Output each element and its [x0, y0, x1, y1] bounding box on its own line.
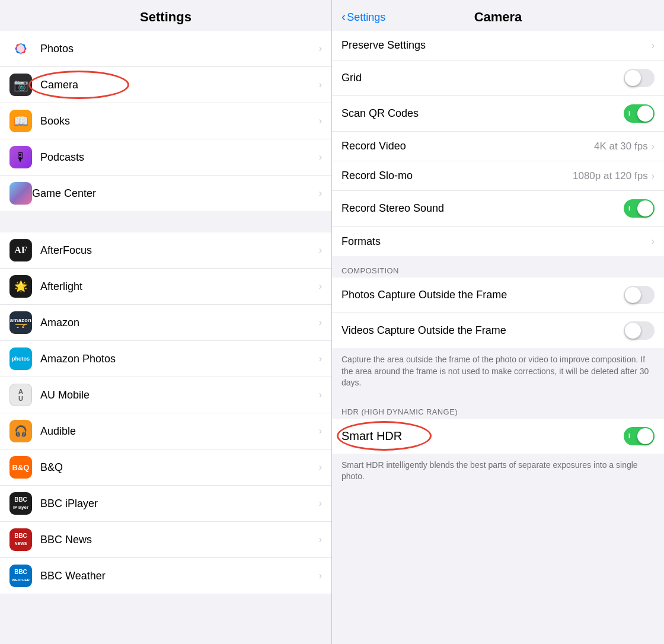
camera-settings-list: Preserve Settings › Grid Scan QR Codes I…: [332, 31, 664, 256]
chevron-formats: ›: [652, 236, 655, 247]
list-item-amazonphotos[interactable]: photos Amazon Photos ›: [0, 341, 331, 377]
toggle-videoscapture[interactable]: [624, 321, 655, 340]
chevron-bq: ›: [319, 462, 322, 473]
toggle-recordstereo[interactable]: I: [624, 199, 655, 218]
label-recordstereo: Record Stereo Sound: [341, 202, 624, 215]
list-item-bbciplayer[interactable]: BBCiPlayer BBC iPlayer ›: [0, 486, 331, 522]
chevron-afterlight: ›: [319, 281, 322, 292]
right-item-smarthdr[interactable]: Smart HDR I: [332, 419, 664, 454]
label-formats: Formats: [341, 235, 652, 248]
svg-point-8: [17, 44, 24, 52]
composition-description-text: Capture the area outside the frame of th…: [341, 355, 649, 387]
chevron-bbcweather: ›: [319, 570, 322, 581]
icon-aumobile: A U: [9, 384, 32, 406]
toggle-scanqr[interactable]: I: [624, 104, 655, 123]
right-item-videoscapture[interactable]: Videos Capture Outside the Frame: [332, 313, 664, 348]
right-item-recordvideo[interactable]: Record Video 4K at 30 fps ›: [332, 132, 664, 161]
list-item-bq[interactable]: B&Q B&Q ›: [0, 449, 331, 486]
hdr-description-text: Smart HDR intelligently blends the best …: [341, 460, 638, 482]
right-item-scanqr[interactable]: Scan QR Codes I: [332, 96, 664, 132]
composition-list: Photos Capture Outside the Frame Videos …: [332, 278, 664, 348]
label-bbciplayer: BBC iPlayer: [40, 498, 319, 510]
list-item-bbcweather[interactable]: BBCWEATHER BBC Weather ›: [0, 558, 331, 594]
toggle-knob-videoscapture: [625, 323, 641, 339]
list-item-amazon[interactable]: amazon Amazon ›: [0, 305, 331, 341]
label-bbcweather: BBC Weather: [40, 570, 319, 582]
toggle-knob-scanqr: [637, 106, 653, 122]
settings-list-bottom: AF AfterFocus › 🌟 Afterlight › amazon Am…: [0, 232, 331, 594]
toggle-label-scanqr: I: [628, 110, 630, 117]
right-item-grid[interactable]: Grid: [332, 60, 664, 96]
icon-podcasts: 🎙: [9, 146, 32, 168]
left-panel-title: Settings: [0, 0, 331, 31]
label-afterlight: Afterlight: [40, 280, 319, 293]
list-item-afterfocus[interactable]: AF AfterFocus ›: [0, 232, 331, 269]
label-smarthdr: Smart HDR: [341, 429, 624, 443]
list-item-bbcnews[interactable]: BBCNEWS BBC News ›: [0, 522, 331, 558]
value-recordslomo: 1080p at 120 fps: [573, 170, 648, 182]
back-label: Settings: [347, 11, 385, 24]
list-item-gamecenter[interactable]: Game Center ›: [0, 176, 331, 211]
toggle-knob-smarthdr: [637, 428, 653, 444]
chevron-amazonphotos: ›: [319, 353, 322, 364]
right-item-formats[interactable]: Formats ›: [332, 227, 664, 256]
toggle-smarthdr[interactable]: I: [624, 427, 655, 445]
label-amazonphotos: Amazon Photos: [40, 353, 319, 365]
icon-audible: 🎧: [9, 420, 32, 442]
chevron-recordslomo: ›: [652, 171, 655, 181]
photos-svg: [10, 38, 31, 59]
icon-afterfocus: AF: [9, 239, 32, 262]
back-button[interactable]: ‹ Settings: [341, 9, 385, 25]
left-divider: [0, 211, 331, 232]
label-camera: Camera: [40, 79, 319, 91]
svg-point-10: [23, 327, 24, 328]
label-aumobile: AU Mobile: [40, 389, 319, 401]
label-bbcnews: BBC News: [40, 534, 319, 546]
label-bq: B&Q: [40, 461, 319, 474]
list-item-audible[interactable]: 🎧 Audible ›: [0, 413, 331, 449]
icon-amazonphotos: photos: [9, 347, 32, 370]
icon-bbcnews: BBCNEWS: [9, 528, 32, 551]
label-photos: Photos: [40, 43, 319, 55]
list-item-camera[interactable]: 📷 Camera ›: [0, 67, 331, 103]
toggle-photoscapture[interactable]: [624, 286, 655, 304]
toggle-label-smarthdr: I: [628, 433, 630, 439]
toggle-knob-photoscapture: [625, 287, 641, 303]
list-item-aumobile[interactable]: A U AU Mobile ›: [0, 377, 331, 413]
label-preserve: Preserve Settings: [341, 39, 652, 52]
chevron-bbciplayer: ›: [319, 498, 322, 509]
label-amazon: Amazon: [40, 317, 319, 329]
label-podcasts: Podcasts: [40, 151, 319, 164]
list-item-photos[interactable]: Photos ›: [0, 31, 331, 67]
right-header: ‹ Settings Camera: [332, 0, 664, 31]
right-panel: ‹ Settings Camera Preserve Settings › Gr…: [332, 0, 664, 644]
hdr-header-text: HDR (HIGH DYNAMIC RANGE): [341, 407, 458, 416]
amazon-cart-svg: [14, 323, 27, 328]
right-item-photoscapture[interactable]: Photos Capture Outside the Frame: [332, 278, 664, 313]
icon-photos: [9, 37, 32, 60]
chevron-amazon: ›: [319, 317, 322, 328]
chevron-aumobile: ›: [319, 390, 322, 400]
list-item-afterlight[interactable]: 🌟 Afterlight ›: [0, 269, 331, 305]
toggle-grid[interactable]: [624, 69, 655, 87]
chevron-photos: ›: [319, 43, 322, 54]
list-item-books[interactable]: 📖 Books ›: [0, 103, 331, 139]
left-panel: Settings: [0, 0, 332, 644]
toggle-knob-recordstereo: [637, 200, 653, 216]
right-item-preserve[interactable]: Preserve Settings ›: [332, 31, 664, 60]
settings-list-top: Photos › 📷 Camera › 📖 Books › 🎙 Podcasts: [0, 31, 331, 211]
icon-books: 📖: [9, 110, 32, 132]
list-item-podcasts[interactable]: 🎙 Podcasts ›: [0, 139, 331, 176]
chevron-audible: ›: [319, 426, 322, 436]
icon-amazon: amazon: [9, 311, 32, 334]
label-grid: Grid: [341, 72, 624, 84]
hdr-section-header: HDR (HIGH DYNAMIC RANGE): [332, 397, 664, 419]
right-item-recordslomo[interactable]: Record Slo-mo 1080p at 120 fps ›: [332, 161, 664, 191]
chevron-gamecenter: ›: [319, 188, 322, 199]
toggle-label-stereo: I: [628, 205, 630, 212]
right-item-recordstereo[interactable]: Record Stereo Sound I: [332, 191, 664, 227]
right-panel-title: Camera: [474, 9, 522, 25]
icon-gamecenter: [9, 182, 32, 205]
label-recordvideo: Record Video: [341, 140, 594, 152]
chevron-camera: ›: [319, 79, 322, 90]
